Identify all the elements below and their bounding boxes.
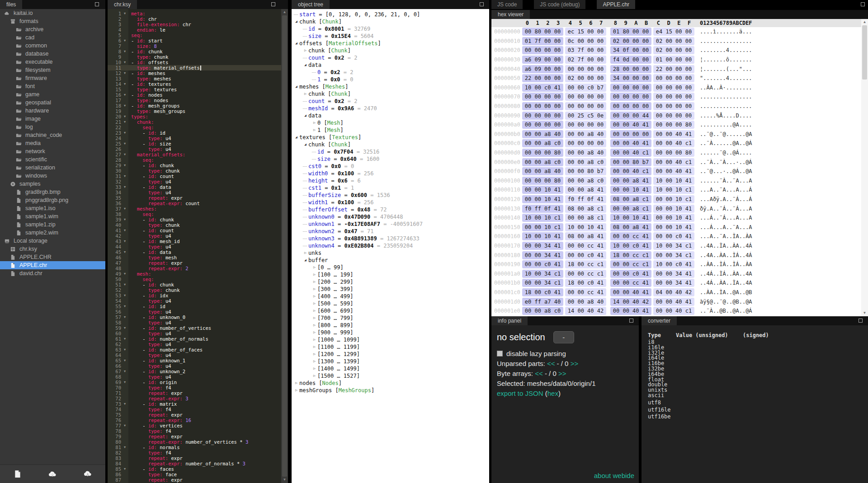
hex-byte-group[interactable]: 10 00 10 41 xyxy=(653,177,694,185)
editor-line[interactable]: 47 repeat: expr xyxy=(108,260,281,266)
object-tree-node[interactable]: meshId = 0x9A6 = 2470 xyxy=(292,105,489,112)
hex-byte-group[interactable]: 03 7f 00 00 xyxy=(565,46,606,54)
editor-line[interactable]: 24 type: u4 xyxy=(108,136,281,141)
editor-line[interactable]: 78 type: f4 xyxy=(108,428,281,434)
hex-ascii[interactable]: ...Á..¨Á...A...A xyxy=(700,215,752,221)
hex-byte-group[interactable]: 01 80 00 00 xyxy=(610,28,651,36)
expanded-arrow-icon[interactable]: ◢ xyxy=(293,40,299,47)
object-tree-node[interactable]: unknown1 = -0x17E08AF7 = -400591607 xyxy=(292,220,489,228)
hex-byte-group[interactable]: 00 00 cc c1 xyxy=(565,270,606,278)
editor-line[interactable]: 48 repeat-expr: 2 xyxy=(108,266,281,271)
disable-lazy-parsing-checkbox[interactable] xyxy=(497,351,503,356)
editor-line[interactable]: 39▼ - id: chunk xyxy=(108,217,281,222)
editor-line[interactable]: 75 repeat: expr xyxy=(108,412,281,417)
hex-scrollbar[interactable]: ▲ ▼ xyxy=(861,19,868,316)
fold-arrow-icon[interactable]: ▼ xyxy=(121,249,128,255)
hex-byte-group[interactable]: 02 00 00 00 xyxy=(565,74,606,82)
hex-byte-group[interactable]: 00 00 34 41 xyxy=(653,279,694,287)
hex-byte-group[interactable]: 00 00 00 00 xyxy=(565,93,606,101)
editor-line[interactable]: 12▼- id: meshes xyxy=(108,70,281,76)
file-tree-item[interactable]: chr.ksy xyxy=(0,245,105,253)
file-tree-item[interactable]: sample1.wim xyxy=(0,212,105,220)
fold-arrow-icon[interactable]: ▼ xyxy=(121,92,128,98)
maximize-icon[interactable] xyxy=(859,319,863,323)
editor-line[interactable]: 42 type: u4 xyxy=(108,233,281,239)
hex-byte-group[interactable]: 0c 00 00 00 xyxy=(565,37,606,45)
file-tree-item[interactable]: serialization xyxy=(0,164,105,172)
file-tree-item[interactable]: windows xyxy=(0,172,105,180)
collapsed-arrow-icon[interactable]: ▷ xyxy=(311,336,317,343)
hex-row[interactable]: 0000000000 80 00 00ec 15 00 0001 80 00 0… xyxy=(491,27,868,37)
editor-line[interactable]: 87 repeat: expr xyxy=(108,477,281,483)
hex-row[interactable]: 0000009000 00 00 0000 25 c5 0e00 00 00 4… xyxy=(491,111,868,120)
file-tree-item[interactable]: network xyxy=(0,147,105,155)
editor-line[interactable]: 36 repeat-expr: count xyxy=(108,201,281,206)
hex-row[interactable]: 0000010000 00 00 8000 00 a8 c000 00 a8 4… xyxy=(491,176,868,186)
hex-ascii[interactable]: ................ xyxy=(700,38,752,44)
collapsed-arrow-icon[interactable]: ▷ xyxy=(311,286,317,293)
editor-line[interactable]: 3 file-extension: chr xyxy=(108,22,281,27)
fold-arrow-icon[interactable]: ▼ xyxy=(121,11,128,16)
editor-line[interactable]: 46 type: mesh xyxy=(108,255,281,260)
object-tree-node[interactable]: ▷[200 … 299] xyxy=(292,278,489,286)
file-tree-item[interactable]: APPLE.chr xyxy=(0,261,105,269)
object-tree-node[interactable]: ▷[800 … 899] xyxy=(292,322,489,329)
collapsed-arrow-icon[interactable]: ▷ xyxy=(302,47,308,54)
unparsed-prev-link[interactable]: << xyxy=(547,360,555,367)
hex-byte-group[interactable]: 00 00 10 41 xyxy=(653,223,694,231)
collapsed-arrow-icon[interactable]: ▷ xyxy=(311,293,317,300)
fold-arrow-icon[interactable]: ▼ xyxy=(121,141,128,146)
editor-line[interactable]: 83 repeat: expr xyxy=(108,455,281,461)
hex-byte-group[interactable]: 00 00 00 00 xyxy=(610,130,651,138)
hex-row[interactable]: 000000f000 00 a8 4000 00 80 b700 00 40 c… xyxy=(491,167,868,176)
editor-line[interactable]: 2 id: chr xyxy=(108,16,281,22)
hex-byte-group[interactable]: 00 00 00 80 xyxy=(522,177,563,185)
hex-byte-group[interactable]: f0 ff 0f 41 xyxy=(565,195,606,203)
hex-row[interactable]: 000001b000 00 34 c118 00 c0 4100 00 cc 4… xyxy=(491,278,868,288)
hex-ascii[interactable]: .....%Å....D.... xyxy=(700,113,752,119)
hex-byte-group[interactable]: 00 00 a8 40 xyxy=(522,130,563,138)
editor-line[interactable]: 54 type: u4 xyxy=(108,298,281,304)
hex-byte-group[interactable]: 00 00 00 00 xyxy=(565,121,606,129)
editor-line[interactable]: 17 type: nodes xyxy=(108,98,281,103)
object-tree-node[interactable]: id = 0x8001 = 32769 xyxy=(292,25,489,33)
object-tree-node[interactable]: ▷[1200 … 1299] xyxy=(292,351,489,358)
hex-row[interactable]: 0000012000 00 10 41f0 ff 0f 4108 00 a8 c… xyxy=(491,195,868,204)
collapsed-arrow-icon[interactable]: ▷ xyxy=(293,380,299,387)
fold-arrow-icon[interactable]: ▼ xyxy=(121,60,128,65)
export-hex-link[interactable]: hex xyxy=(547,389,558,397)
upload-icon[interactable] xyxy=(48,469,57,478)
hex-byte-group[interactable]: 00 00 a8 40 xyxy=(522,167,563,175)
hex-byte-group[interactable]: 00 00 a8 40 xyxy=(565,149,606,157)
editor-line[interactable]: 81▼ - id: normals xyxy=(108,445,281,450)
maximize-icon[interactable] xyxy=(480,2,484,6)
hex-byte-group[interactable]: 00 00 c0 41 xyxy=(653,232,694,240)
hex-byte-group[interactable]: 00 00 80 b7 xyxy=(610,158,651,166)
hex-byte-group[interactable]: 00 00 a8 41 xyxy=(565,186,606,194)
editor-line[interactable]: 82 type: f4 xyxy=(108,450,281,455)
hex-byte-group[interactable]: 00 00 a8 c1 xyxy=(610,205,651,213)
hex-row[interactable]: 000000d000 00 00 8000 00 a8 4000 00 40 c… xyxy=(491,148,868,158)
hex-byte-group[interactable]: 10 00 10 c1 xyxy=(653,186,694,194)
file-tree-item[interactable]: david.chr xyxy=(0,269,105,277)
hex-byte-group[interactable]: 02 00 00 00 xyxy=(653,37,694,45)
editor-line[interactable]: 4 endian: le xyxy=(108,27,281,33)
collapsed-arrow-icon[interactable]: ▷ xyxy=(311,271,317,278)
editor-line[interactable]: 35 repeat: expr xyxy=(108,195,281,201)
hex-byte-group[interactable]: 00 00 40 c1 xyxy=(653,307,694,315)
hex-row[interactable]: 000000b000 00 a8 4000 00 a8 4000 00 00 0… xyxy=(491,130,868,139)
unparsed-next-link[interactable]: >> xyxy=(571,360,579,367)
editor-line[interactable]: 33▼ - id: data xyxy=(108,184,281,190)
editor-line[interactable]: 49▼ mesh: xyxy=(108,271,281,277)
fold-arrow-icon[interactable]: ▼ xyxy=(121,325,128,331)
scroll-up-icon[interactable]: ▲ xyxy=(861,19,868,25)
hex-byte-group[interactable]: 18 00 c0 41 xyxy=(565,279,606,287)
editor-line[interactable]: 43▼ - id: mesh_id xyxy=(108,239,281,244)
hex-row[interactable]: 0000019000 00 c0 4118 00 cc c100 00 cc c… xyxy=(491,260,868,269)
object-tree-node[interactable]: ◢textures [Textures] xyxy=(292,134,489,141)
editor-line[interactable]: 53▼ - id: idx xyxy=(108,293,281,298)
editor-line[interactable]: 57▼ - id: unknown_0 xyxy=(108,314,281,320)
hex-byte-group[interactable]: 00 00 00 00 xyxy=(522,112,563,120)
fold-arrow-icon[interactable]: ▼ xyxy=(121,314,128,320)
object-tree-node[interactable]: ◢chunk [Chunk] xyxy=(292,141,489,148)
